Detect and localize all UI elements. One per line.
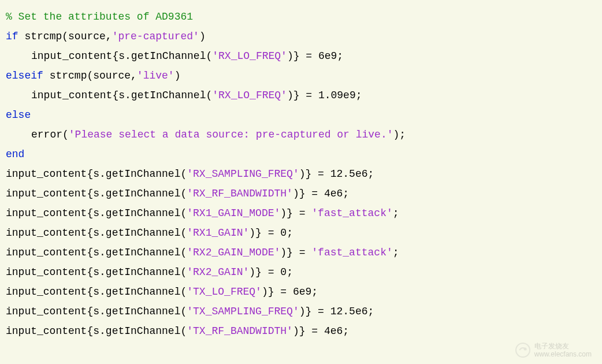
code-line-assign: input_content{s.getInChannel('RX_LO_FREQ…: [6, 86, 596, 105]
code-line-assign: input_content{s.getInChannel('TX_SAMPLIN…: [6, 302, 596, 321]
code-line-assign: input_content{s.getInChannel('RX_RF_BAND…: [6, 184, 596, 203]
watermark-logo-icon: [515, 342, 531, 358]
keyword-if: if: [6, 31, 18, 42]
watermark-line2: www.elecfans.com: [534, 350, 592, 358]
code-line-assign: input_content{s.getInChannel('RX2_GAIN_M…: [6, 243, 596, 262]
svg-point-1: [523, 348, 526, 351]
code-line-assign: input_content{s.getInChannel('TX_LO_FREQ…: [6, 282, 596, 302]
code-line-assign: input_content{s.getInChannel('RX_LO_FREQ…: [6, 46, 596, 66]
fn-strcmp: strcmp(source,: [24, 31, 112, 42]
watermark-line1: 电子发烧友: [534, 342, 592, 350]
code-line-if: if strcmp(source,'pre-captured'): [6, 27, 596, 46]
error-msg: 'Please select a data source: pre-captur…: [69, 129, 393, 140]
code-line-error: error('Please select a data source: pre-…: [6, 125, 596, 144]
svg-point-0: [516, 343, 530, 357]
code-line-end: end: [6, 144, 596, 164]
keyword-elseif: elseif: [6, 70, 43, 81]
code-line-assign: input_content{s.getInChannel('RX_SAMPLIN…: [6, 164, 596, 184]
code-line-comment: % Set the attributes of AD9361: [6, 7, 596, 27]
keyword-else: else: [6, 109, 31, 121]
code-line-assign: input_content{s.getInChannel('RX1_GAIN')…: [6, 223, 596, 243]
code-line-assign: input_content{s.getInChannel('RX2_GAIN')…: [6, 262, 596, 282]
string-live: 'live': [137, 70, 174, 81]
keyword-end: end: [6, 148, 24, 160]
watermark: 电子发烧友 www.elecfans.com: [515, 342, 592, 358]
code-line-elseif: elseif strcmp(source,'live'): [6, 66, 596, 86]
code-line-else: else: [6, 105, 596, 125]
code-line-assign: input_content{s.getInChannel('RX1_GAIN_M…: [6, 203, 596, 223]
fn-error: error(: [31, 129, 69, 140]
code-line-assign: input_content{s.getInChannel('TX_RF_BAND…: [6, 321, 596, 341]
string-precaptured: 'pre-captured': [112, 31, 199, 42]
comment-text: % Set the attributes of AD9361: [6, 11, 193, 23]
